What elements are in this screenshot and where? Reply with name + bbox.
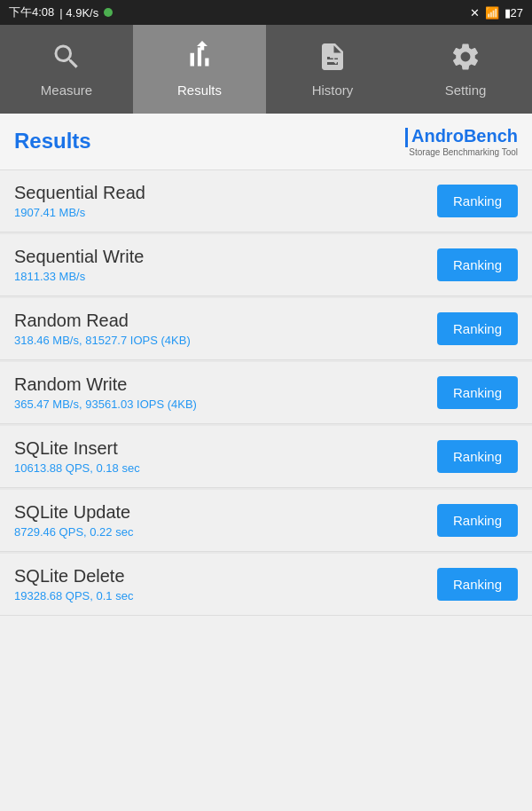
result-name: SQLite Update <box>14 502 437 523</box>
tab-results[interactable]: Results <box>133 25 266 114</box>
result-value: 8729.46 QPS, 0.22 sec <box>14 525 437 539</box>
result-info: SQLite Delete 19328.68 QPS, 0.1 sec <box>14 566 437 602</box>
status-left: 下午4:08 | 4.9K/s <box>9 4 113 20</box>
result-item: SQLite Update 8729.46 QPS, 0.22 sec Rank… <box>0 490 532 552</box>
ranking-button[interactable]: Ranking <box>437 376 518 409</box>
ranking-button[interactable]: Ranking <box>437 568 518 601</box>
tab-results-label: Results <box>177 83 222 98</box>
ranking-button[interactable]: Ranking <box>437 312 518 345</box>
page-title: Results <box>14 129 91 154</box>
result-name: Sequential Write <box>14 247 437 267</box>
status-indicator <box>104 8 113 17</box>
tab-history-label: History <box>312 83 354 98</box>
tab-setting[interactable]: Setting <box>399 25 532 114</box>
result-info: SQLite Update 8729.46 QPS, 0.22 sec <box>14 502 437 539</box>
result-item: Random Write 365.47 MB/s, 93561.03 IOPS … <box>0 362 532 424</box>
result-name: Sequential Read <box>14 183 437 203</box>
status-network: | 4.9K/s <box>59 6 98 20</box>
result-value: 19328.68 QPS, 0.1 sec <box>14 589 437 602</box>
ranking-button[interactable]: Ranking <box>437 185 518 217</box>
result-value: 1811.33 MB/s <box>14 270 437 283</box>
result-item: SQLite Delete 19328.68 QPS, 0.1 sec Rank… <box>0 554 532 616</box>
result-name: SQLite Delete <box>14 566 437 587</box>
result-item: Sequential Write 1811.33 MB/s Ranking <box>0 234 532 296</box>
result-value: 10613.88 QPS, 0.18 sec <box>14 461 437 475</box>
status-bar: 下午4:08 | 4.9K/s ✕ 📶 ▮27 <box>0 0 532 25</box>
status-wifi-icon: 📶 <box>485 6 499 20</box>
brand-subtitle: Storage Benchmarking Tool <box>405 147 518 157</box>
result-info: Sequential Write 1811.33 MB/s <box>14 247 437 283</box>
status-time: 下午4:08 <box>9 4 54 20</box>
ranking-button[interactable]: Ranking <box>437 440 518 473</box>
nav-tabs: Measure Results History Setting <box>0 25 532 114</box>
result-info: Sequential Read 1907.41 MB/s <box>14 183 437 219</box>
result-item: Sequential Read 1907.41 MB/s Ranking <box>0 170 532 232</box>
search-icon <box>51 41 82 77</box>
status-battery: ▮27 <box>505 6 523 20</box>
brand-suffix: Bench <box>464 126 518 146</box>
brand-name: AndroBench <box>405 126 518 147</box>
ranking-button[interactable]: Ranking <box>437 248 518 281</box>
result-name: Random Read <box>14 311 437 331</box>
results-list: Sequential Read 1907.41 MB/s Ranking Seq… <box>0 170 532 616</box>
chart-icon <box>184 41 215 77</box>
tab-history[interactable]: History <box>266 25 399 114</box>
tab-setting-label: Setting <box>445 83 487 98</box>
document-icon <box>317 41 348 77</box>
result-name: SQLite Insert <box>14 438 437 459</box>
result-value: 1907.41 MB/s <box>14 206 437 219</box>
ranking-button[interactable]: Ranking <box>437 504 518 537</box>
status-right: ✕ 📶 ▮27 <box>470 6 523 20</box>
result-value: 318.46 MB/s, 81527.7 IOPS (4KB) <box>14 334 437 347</box>
tab-measure[interactable]: Measure <box>0 25 133 114</box>
status-signal-icon: ✕ <box>470 6 480 20</box>
result-info: Random Write 365.47 MB/s, 93561.03 IOPS … <box>14 374 437 411</box>
brand-logo: AndroBench Storage Benchmarking Tool <box>405 126 518 157</box>
result-item: Random Read 318.46 MB/s, 81527.7 IOPS (4… <box>0 298 532 360</box>
result-name: Random Write <box>14 374 437 395</box>
result-info: SQLite Insert 10613.88 QPS, 0.18 sec <box>14 438 437 475</box>
gear-icon <box>450 41 481 77</box>
page-header: Results AndroBench Storage Benchmarking … <box>0 114 532 170</box>
result-value: 365.47 MB/s, 93561.03 IOPS (4KB) <box>14 398 437 411</box>
result-item: SQLite Insert 10613.88 QPS, 0.18 sec Ran… <box>0 426 532 488</box>
result-info: Random Read 318.46 MB/s, 81527.7 IOPS (4… <box>14 311 437 347</box>
tab-measure-label: Measure <box>41 83 92 98</box>
